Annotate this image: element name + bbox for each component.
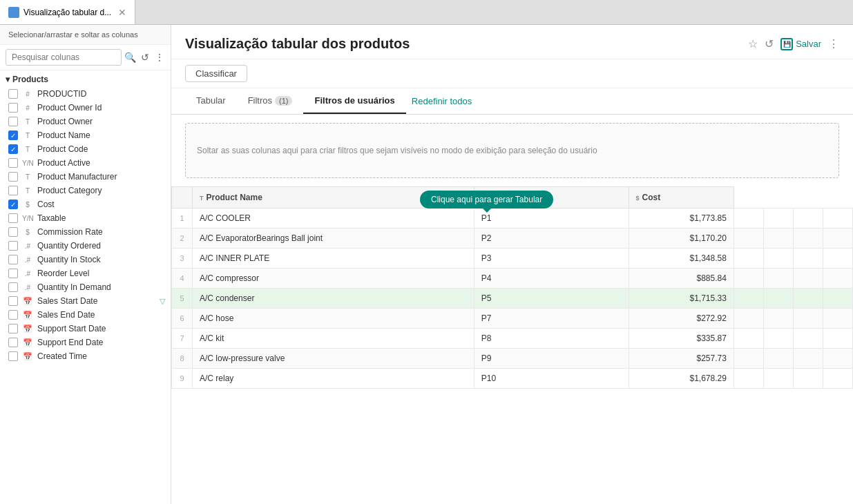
column-checkbox[interactable] bbox=[8, 200, 18, 209]
sidebar-item: TProduct Category bbox=[0, 184, 171, 197]
save-label: Salvar bbox=[796, 39, 821, 49]
cost-cell: $1,348.58 bbox=[629, 249, 734, 269]
column-name: Product Code bbox=[37, 144, 165, 154]
empty-cell bbox=[763, 369, 793, 389]
tooltip-bubble[interactable]: Clique aqui para gerar Tabular bbox=[420, 191, 553, 209]
empty-cell bbox=[793, 209, 823, 229]
column-checkbox[interactable] bbox=[8, 227, 18, 237]
save-button[interactable]: 💾 Salvar bbox=[780, 38, 821, 50]
column-checkbox[interactable] bbox=[8, 130, 18, 140]
empty-cell bbox=[823, 209, 852, 229]
row-num[interactable] bbox=[172, 187, 193, 209]
column-checkbox[interactable] bbox=[8, 172, 18, 182]
sidebar-item: 📅Created Time bbox=[0, 349, 171, 363]
tab-close-icon[interactable]: ✕ bbox=[118, 7, 126, 18]
tab-userfilters[interactable]: Filtros de usuários bbox=[303, 88, 405, 114]
empty-cell bbox=[763, 329, 793, 349]
cost-cell: $1,678.29 bbox=[629, 369, 734, 389]
column-name: Support End Date bbox=[37, 338, 165, 347]
column-checkbox[interactable] bbox=[8, 269, 18, 278]
sidebar-item: 📅Sales End Date bbox=[0, 308, 171, 322]
type-indicator: # bbox=[22, 104, 33, 112]
empty-cell bbox=[823, 269, 852, 289]
sidebar-item: .#Quantity Ordered bbox=[0, 239, 171, 253]
empty-cell bbox=[734, 289, 763, 309]
column-checkbox[interactable] bbox=[8, 310, 18, 320]
sidebar-item: Y/NTaxable bbox=[0, 211, 171, 225]
column-name: Created Time bbox=[37, 351, 165, 361]
column-checkbox[interactable] bbox=[8, 186, 18, 195]
empty-cell bbox=[763, 269, 793, 289]
more-options-icon[interactable]: ⋮ bbox=[828, 37, 839, 50]
column-checkbox[interactable] bbox=[8, 89, 18, 99]
empty-cell bbox=[793, 249, 823, 269]
search-icon[interactable]: 🔍 bbox=[124, 49, 136, 66]
empty-cell bbox=[763, 249, 793, 269]
sidebar-item: #Product Owner Id bbox=[0, 101, 171, 115]
type-indicator: T bbox=[22, 173, 33, 181]
cost-cell: $272.92 bbox=[629, 309, 734, 329]
empty-cell bbox=[793, 229, 823, 249]
table-row: 8A/C low-pressure valveP9$257.73 bbox=[172, 349, 853, 369]
column-checkbox[interactable] bbox=[8, 351, 18, 361]
column-name: Support Start Date bbox=[37, 324, 165, 333]
empty-cell bbox=[823, 369, 852, 389]
column-checkbox[interactable] bbox=[8, 324, 18, 333]
column-checkbox[interactable] bbox=[8, 282, 18, 292]
sidebar-hint: Selecionar/arrastar e soltar as colunas bbox=[0, 25, 171, 45]
empty-cell bbox=[823, 249, 852, 269]
group-label: Products bbox=[12, 75, 48, 84]
column-checkbox[interactable] bbox=[8, 103, 18, 113]
column-name: Sales Start Date bbox=[37, 296, 155, 306]
main-tab[interactable]: Visualização tabular d... ✕ bbox=[0, 0, 135, 24]
cost-header[interactable]: $Cost bbox=[629, 187, 734, 209]
empty-cell bbox=[763, 289, 793, 309]
refresh-icon[interactable]: ↺ bbox=[765, 37, 774, 50]
type-indicator: .# bbox=[22, 270, 33, 278]
column-checkbox[interactable] bbox=[8, 213, 18, 223]
star-icon[interactable]: ☆ bbox=[748, 37, 758, 50]
empty-cell bbox=[734, 369, 763, 389]
drop-zone-text: Soltar as suas colunas aqui para criar f… bbox=[197, 146, 597, 155]
column-checkbox[interactable] bbox=[8, 144, 18, 154]
column-checkbox[interactable] bbox=[8, 296, 18, 306]
column-checkbox[interactable] bbox=[8, 241, 18, 251]
empty-cell bbox=[793, 329, 823, 349]
type-indicator: T bbox=[22, 187, 33, 195]
column-checkbox[interactable] bbox=[8, 158, 18, 168]
sidebar-item: 📅Support End Date bbox=[0, 336, 171, 349]
type-indicator: T bbox=[22, 146, 33, 153]
cost-cell: $1,715.33 bbox=[629, 289, 734, 309]
product-code-cell: P3 bbox=[474, 249, 629, 269]
column-name: Product Manufacturer bbox=[37, 172, 165, 182]
table-row: 6A/C hoseP7$272.92 bbox=[172, 309, 853, 329]
row-number: 9 bbox=[172, 369, 193, 389]
column-checkbox[interactable] bbox=[8, 117, 18, 126]
main-content: Visualização tabular dos produtos ☆ ↺ 💾 … bbox=[171, 25, 853, 504]
sidebar-item: .#Reorder Level bbox=[0, 266, 171, 280]
column-name: Product Owner bbox=[37, 117, 165, 126]
classify-button[interactable]: Classificar bbox=[185, 65, 247, 82]
empty-cell bbox=[763, 229, 793, 249]
column-checkbox[interactable] bbox=[8, 338, 18, 347]
empty-cell bbox=[793, 269, 823, 289]
reset-link[interactable]: Redefinir todos bbox=[412, 96, 472, 106]
column-name: Product Owner Id bbox=[37, 103, 165, 113]
product-code-cell: P4 bbox=[474, 269, 629, 289]
tab-filters[interactable]: Filtros(1) bbox=[237, 88, 304, 114]
sidebar-columns: #PRODUCTID#Product Owner IdTProduct Owne… bbox=[0, 87, 171, 504]
column-checkbox[interactable] bbox=[8, 255, 18, 264]
sidebar-item: Y/NProduct Active bbox=[0, 156, 171, 170]
row-number: 3 bbox=[172, 249, 193, 269]
column-name: Product Name bbox=[37, 130, 165, 140]
sidebar-item: .#Quantity In Demand bbox=[0, 280, 171, 294]
chevron-down-icon: ▾ bbox=[6, 75, 10, 84]
table-icon bbox=[8, 7, 19, 18]
refresh-icon[interactable]: ↺ bbox=[139, 49, 151, 66]
column-name: Quantity In Demand bbox=[37, 282, 165, 292]
empty-cell bbox=[823, 309, 852, 329]
more-icon[interactable]: ⋮ bbox=[153, 49, 165, 66]
search-input[interactable] bbox=[6, 49, 122, 66]
tab-tabular[interactable]: Tabular bbox=[185, 88, 237, 114]
column-name: Quantity Ordered bbox=[37, 241, 165, 251]
